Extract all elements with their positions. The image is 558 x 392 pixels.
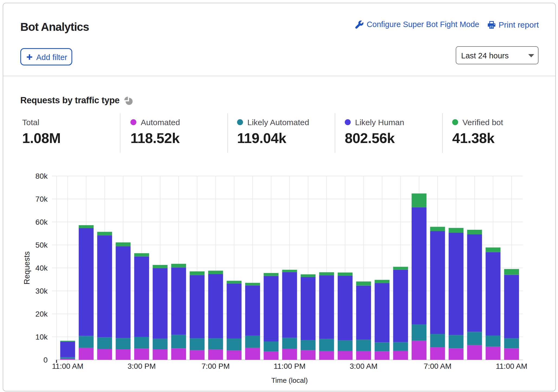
svg-text:20k: 20k (35, 310, 48, 318)
svg-text:70k: 70k (35, 195, 48, 203)
svg-text:11:00 AM: 11:00 AM (52, 362, 83, 370)
svg-text:60k: 60k (35, 218, 48, 226)
svg-text:Time (local): Time (local) (271, 376, 308, 384)
svg-text:30k: 30k (35, 287, 48, 295)
svg-text:7:00 PM: 7:00 PM (202, 362, 230, 370)
svg-text:11:00 AM: 11:00 AM (496, 362, 527, 370)
svg-text:3:00 PM: 3:00 PM (127, 362, 156, 370)
svg-text:80k: 80k (35, 172, 48, 180)
svg-text:11:00 PM: 11:00 PM (274, 362, 306, 370)
svg-text:40k: 40k (35, 264, 48, 272)
svg-text:50k: 50k (35, 241, 48, 249)
svg-text:7:00 AM: 7:00 AM (424, 362, 452, 370)
svg-text:10k: 10k (35, 333, 48, 341)
svg-text:0: 0 (43, 356, 48, 364)
svg-text:Requests: Requests (22, 251, 31, 285)
svg-text:3:00 AM: 3:00 AM (350, 362, 378, 370)
